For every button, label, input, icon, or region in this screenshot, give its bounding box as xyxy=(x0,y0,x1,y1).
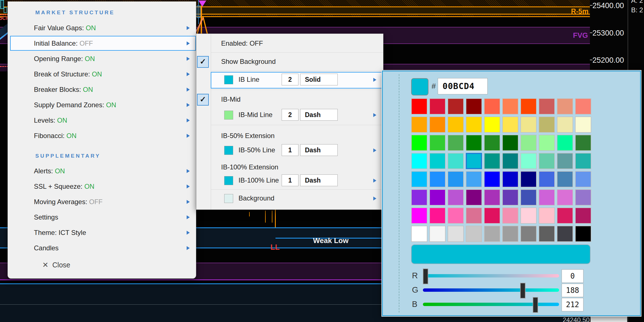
submenu-item-ib100-line[interactable]: IB-100% Line 1 Dash xyxy=(211,173,383,188)
submenu-item-ib50-line[interactable]: IB-50% Line 1 Dash xyxy=(211,143,383,158)
color-swatch[interactable] xyxy=(466,171,482,187)
color-swatch[interactable] xyxy=(520,171,537,187)
menu-item-fibonacci[interactable]: Fibonacci: ON xyxy=(8,128,196,143)
color-swatch[interactable] xyxy=(502,207,518,224)
menu-item-breaker-blocks[interactable]: Breaker Blocks: ON xyxy=(8,82,196,97)
color-swatch[interactable] xyxy=(466,135,482,151)
color-swatch[interactable] xyxy=(575,226,591,242)
submenu-item-enabled[interactable]: Enabled: OFF xyxy=(221,39,263,47)
color-swatch[interactable] xyxy=(448,116,464,133)
color-swatch[interactable] xyxy=(411,189,427,206)
color-swatch[interactable] xyxy=(411,135,427,151)
color-swatch[interactable] xyxy=(557,116,573,133)
submenu-item-background[interactable]: Background xyxy=(211,191,383,206)
color-swatch[interactable] xyxy=(539,189,555,206)
color-swatch[interactable] xyxy=(502,98,518,115)
menu-item-supply-demand-zones[interactable]: Supply Demand Zones: ON xyxy=(8,97,196,113)
color-swatch[interactable] xyxy=(484,116,500,133)
color-swatch[interactable] xyxy=(484,207,500,224)
blue-value-input[interactable]: 212 xyxy=(562,298,583,311)
ib-mid-line-color-swatch[interactable] xyxy=(224,111,233,120)
submenu-item-ib-line[interactable]: IB Line 2 Solid xyxy=(211,72,383,87)
color-swatch[interactable] xyxy=(575,189,591,206)
color-swatch[interactable] xyxy=(411,171,427,187)
ib100-line-color-swatch[interactable] xyxy=(224,176,233,185)
menu-item-candles[interactable]: Candles xyxy=(8,240,196,256)
color-swatch[interactable] xyxy=(448,189,464,206)
color-swatch[interactable] xyxy=(448,98,464,115)
color-swatch[interactable] xyxy=(429,226,446,242)
menu-item-initial-balance[interactable]: Initial Balance: OFF xyxy=(8,36,196,51)
color-swatch[interactable] xyxy=(539,116,555,133)
color-swatch[interactable] xyxy=(520,98,537,115)
color-swatch[interactable] xyxy=(539,135,555,151)
color-swatch[interactable] xyxy=(557,189,573,206)
ib-line-style-select[interactable]: Solid xyxy=(300,74,338,85)
color-swatch[interactable] xyxy=(411,207,427,224)
color-swatch[interactable] xyxy=(575,116,591,133)
color-swatch[interactable] xyxy=(484,98,500,115)
color-swatch[interactable] xyxy=(557,135,573,151)
color-swatch[interactable] xyxy=(575,207,591,224)
ib50-line-style-select[interactable]: Dash xyxy=(300,144,338,156)
red-slider-handle[interactable] xyxy=(423,269,428,284)
menu-item-moving-averages[interactable]: Moving Averages: OFF xyxy=(8,194,196,209)
green-value-input[interactable]: 188 xyxy=(562,284,583,297)
submenu-item-ib-mid[interactable]: IB-Mid xyxy=(221,95,240,103)
ib-line-width-input[interactable]: 2 xyxy=(282,74,298,85)
submenu-item-ib-mid-line[interactable]: IB-Mid Line 2 Dash xyxy=(211,107,383,123)
menu-item-fair-value-gaps[interactable]: Fair Value Gaps: ON xyxy=(8,20,196,36)
color-swatch[interactable] xyxy=(429,135,446,151)
green-slider-handle[interactable] xyxy=(520,283,525,298)
color-swatch[interactable] xyxy=(466,116,482,133)
color-swatch[interactable] xyxy=(448,135,464,151)
close-menu-button[interactable]: ✕Close xyxy=(42,258,70,272)
color-swatch[interactable] xyxy=(557,226,573,242)
color-swatch[interactable] xyxy=(484,135,500,151)
color-swatch[interactable] xyxy=(575,171,591,187)
color-swatch[interactable] xyxy=(466,153,482,169)
blue-slider-track[interactable] xyxy=(423,303,559,306)
color-swatch[interactable] xyxy=(411,153,427,169)
ib100-line-width-input[interactable]: 1 xyxy=(282,174,298,186)
color-swatch[interactable] xyxy=(539,226,555,242)
color-swatch[interactable] xyxy=(520,226,537,242)
submenu-item-show-background[interactable]: Show Background xyxy=(221,58,276,66)
color-swatch[interactable] xyxy=(429,153,446,169)
color-swatch[interactable] xyxy=(520,207,537,224)
color-swatch[interactable] xyxy=(520,116,537,133)
color-swatch[interactable] xyxy=(448,207,464,224)
ib-line-color-swatch[interactable] xyxy=(224,75,233,84)
menu-item-alerts[interactable]: Alerts: ON xyxy=(8,163,196,179)
color-swatch[interactable] xyxy=(448,153,464,169)
menu-item-theme[interactable]: Theme: ICT Style xyxy=(8,225,196,240)
color-swatch[interactable] xyxy=(411,226,427,242)
ib-mid-line-width-input[interactable]: 2 xyxy=(282,109,298,121)
color-swatch[interactable] xyxy=(539,98,555,115)
color-swatch[interactable] xyxy=(502,135,518,151)
background-color-swatch[interactable] xyxy=(224,194,233,203)
blue-slider-handle[interactable] xyxy=(533,297,538,313)
color-swatch[interactable] xyxy=(466,98,482,115)
color-swatch[interactable] xyxy=(466,207,482,224)
red-slider-track[interactable] xyxy=(423,274,559,277)
color-swatch[interactable] xyxy=(502,171,518,187)
color-swatch[interactable] xyxy=(557,153,573,169)
color-swatch[interactable] xyxy=(484,153,500,169)
color-swatch[interactable] xyxy=(502,189,518,206)
color-swatch[interactable] xyxy=(520,189,537,206)
color-swatch[interactable] xyxy=(502,116,518,133)
hex-color-input[interactable]: 00BCD4 xyxy=(438,78,488,94)
color-swatch[interactable] xyxy=(557,207,573,224)
color-swatch[interactable] xyxy=(466,226,482,242)
ib100-line-style-select[interactable]: Dash xyxy=(300,174,338,186)
color-swatch[interactable] xyxy=(429,189,446,206)
menu-item-break-of-structure[interactable]: Break of Structure: ON xyxy=(8,66,196,82)
color-swatch[interactable] xyxy=(520,153,537,169)
ib50-line-color-swatch[interactable] xyxy=(224,146,233,155)
color-swatch[interactable] xyxy=(575,153,591,169)
color-swatch[interactable] xyxy=(575,135,591,151)
menu-item-ssl-squeeze[interactable]: SSL + Squeeze: ON xyxy=(8,179,196,194)
ib-mid-checkbox[interactable]: ✓ xyxy=(197,94,209,106)
color-swatch[interactable] xyxy=(411,116,427,133)
